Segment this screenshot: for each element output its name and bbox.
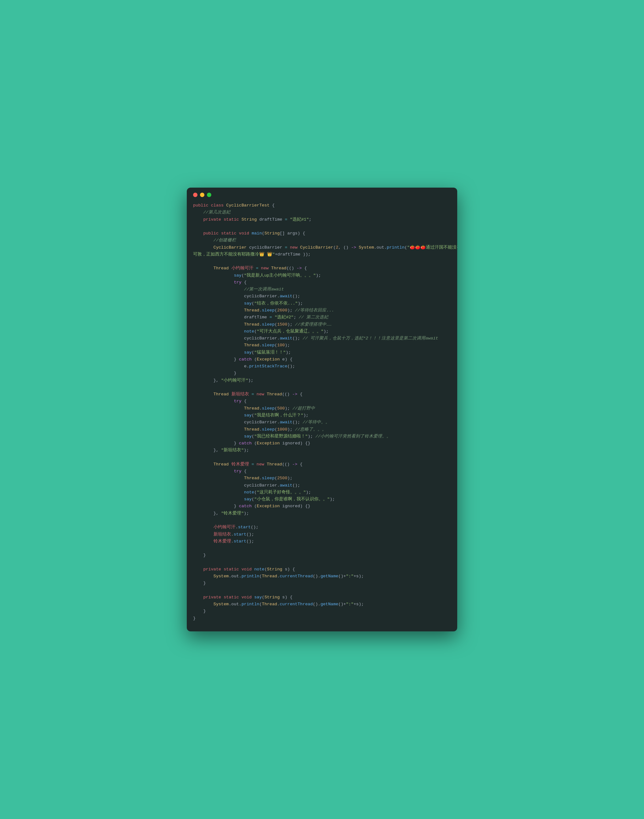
code-editor: public class CyclicBarrierTest { //第几次选妃…: [187, 202, 457, 622]
close-button[interactable]: [193, 193, 198, 197]
titlebar: [187, 188, 457, 202]
minimize-button[interactable]: [200, 193, 204, 197]
maximize-button[interactable]: [207, 193, 211, 197]
code-window: public class CyclicBarrierTest { //第几次选妃…: [187, 188, 457, 631]
